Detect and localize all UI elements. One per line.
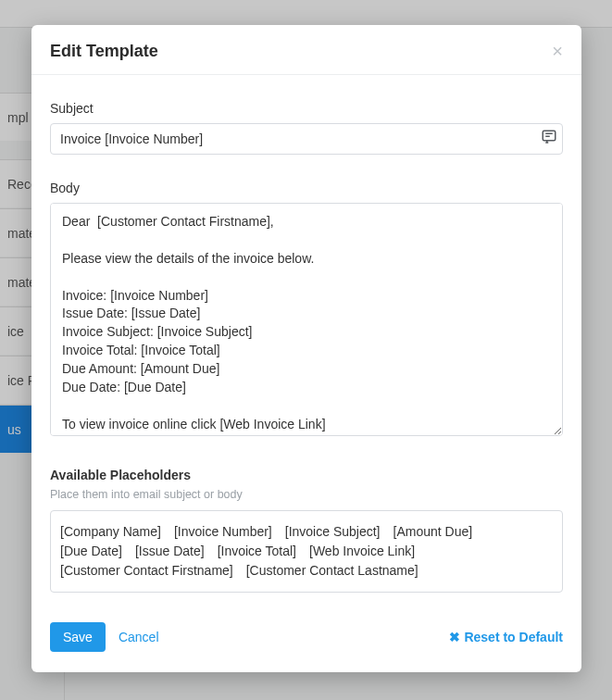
modal-footer: Save Cancel ✖ Reset to Default: [31, 598, 581, 672]
reset-to-default-button[interactable]: ✖ Reset to Default: [453, 630, 563, 644]
placeholder-chip[interactable]: [Issue Date]: [135, 542, 205, 561]
body-label: Body: [50, 181, 563, 195]
placeholder-chip[interactable]: [Invoice Number]: [174, 522, 272, 542]
subject-label: Subject: [50, 101, 563, 116]
placeholders-hint: Place them into email subject or body: [50, 488, 563, 501]
placeholder-chip[interactable]: [Web Invoice Link]: [309, 542, 415, 561]
subject-input[interactable]: [50, 123, 563, 155]
placeholder-chip[interactable]: [Invoice Subject]: [285, 522, 381, 542]
edit-template-modal: Edit Template × Subject Body Available P…: [31, 25, 581, 672]
placeholder-chip[interactable]: [Amount Due]: [393, 522, 473, 542]
modal-title: Edit Template: [50, 42, 158, 61]
placeholders-title: Available Placeholders: [50, 468, 563, 482]
modal-body: Subject Body Available Placeholders Plac…: [31, 75, 581, 598]
body-textarea[interactable]: [50, 203, 563, 436]
close-icon[interactable]: ×: [552, 42, 563, 60]
footer-left: Save Cancel: [50, 622, 161, 652]
placeholder-chip[interactable]: [Customer Contact Firstname]: [60, 561, 233, 581]
placeholder-picker-icon[interactable]: [541, 129, 557, 149]
placeholder-chip[interactable]: [Company Name]: [60, 522, 161, 542]
placeholders-box: [Company Name][Invoice Number][Invoice S…: [50, 510, 563, 593]
placeholder-chip[interactable]: [Invoice Total]: [218, 542, 296, 561]
placeholder-chip[interactable]: [Customer Contact Lastname]: [246, 561, 418, 581]
save-button[interactable]: Save: [50, 622, 106, 652]
subject-input-wrap: [50, 123, 563, 155]
reset-star-icon: ✖: [449, 630, 460, 644]
reset-label: Reset to Default: [464, 630, 563, 644]
modal-header: Edit Template ×: [31, 25, 581, 75]
cancel-button[interactable]: Cancel: [117, 624, 161, 650]
placeholder-chip[interactable]: [Due Date]: [60, 542, 122, 561]
